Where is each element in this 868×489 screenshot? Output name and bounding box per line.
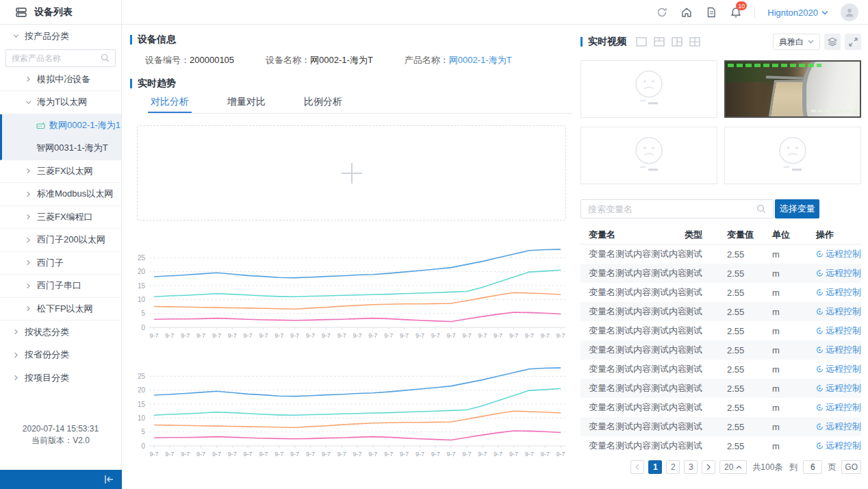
sidebar-category-item[interactable]: 西门子 [0, 252, 121, 275]
variable-value: 2.55 [727, 249, 772, 260]
add-chart-placeholder[interactable] [137, 125, 566, 221]
sidebar-collapse-bar[interactable] [0, 470, 122, 489]
device-info-field: 设备名称：网0002-1-海为T [266, 54, 373, 66]
variable-unit: m [772, 441, 816, 451]
jump-page-input[interactable] [803, 460, 822, 474]
sidebar-category-item[interactable]: 按状态分类 [0, 321, 121, 344]
sidebar-category-item[interactable]: 按省份分类 [0, 344, 121, 367]
remote-control-icon [816, 384, 824, 392]
sidebar-category-item[interactable]: 模拟中冶设备 [0, 68, 121, 92]
svg-text:9-7: 9-7 [322, 332, 331, 339]
notification-bell-icon[interactable]: 10 [730, 6, 742, 18]
device-info-fields: 设备编号：200000105设备名称：网0002-1-海为T产品名称：网0002… [145, 54, 512, 66]
chevron-right-icon [12, 328, 20, 336]
remote-control-icon [816, 327, 824, 335]
remote-control-link[interactable]: 远程控制 [816, 440, 861, 452]
layout-2-icon[interactable] [654, 37, 665, 47]
search-icon[interactable] [101, 53, 110, 62]
remote-control-icon [816, 423, 824, 431]
svg-text:9-7: 9-7 [275, 451, 283, 457]
remote-control-link[interactable]: 远程控制 [816, 363, 861, 375]
product-search-input[interactable] [12, 53, 101, 63]
section-accent-bar [580, 37, 583, 47]
fullscreen-button[interactable] [845, 34, 861, 50]
variable-name: 变量名测试内容测试内容 [580, 267, 685, 279]
sidebar-category-item[interactable]: 按产品分类 [0, 25, 121, 48]
tab-2[interactable]: 增量对比 [225, 96, 268, 113]
variable-type: 测试 [685, 421, 727, 433]
search-icon[interactable] [756, 204, 766, 214]
remote-control-link[interactable]: 远程控制 [816, 421, 861, 433]
sidebar-category-item[interactable]: 标准Modbus以太网 [0, 183, 121, 206]
layers-button[interactable] [824, 34, 841, 50]
sidebar-header: 设备列表 [0, 0, 122, 25]
remote-control-link[interactable]: 远程控制 [816, 248, 861, 260]
variables-table-body: 变量名测试内容测试内容测试2.55m远程控制变量名测试内容测试内容测试2.55m… [580, 244, 861, 455]
svg-text:9-7: 9-7 [244, 332, 253, 339]
avatar[interactable] [841, 3, 858, 21]
user-menu[interactable]: Hignton2020 [767, 8, 828, 18]
sidebar-device-item[interactable]: 数网0002-1-海为1 [0, 114, 121, 138]
category-label: 松下FP以太网 [37, 303, 93, 315]
chevron-right-icon [25, 305, 32, 312]
remote-control-link[interactable]: 远程控制 [816, 305, 861, 318]
video-cell-empty[interactable] [580, 127, 717, 184]
svg-text:9-7: 9-7 [306, 451, 315, 457]
category-label: 西门子 [37, 257, 64, 269]
theme-select[interactable]: 典雅白 [773, 34, 820, 50]
username: Hignton2020 [767, 8, 818, 18]
select-variable-button[interactable]: 选择变量 [775, 199, 819, 218]
video-cell-live[interactable] [724, 60, 861, 118]
variable-search-input[interactable] [588, 204, 756, 214]
remote-control-link[interactable]: 远程控制 [816, 325, 861, 337]
sidebar-category-item[interactable]: 三菱FX编程口 [0, 206, 121, 229]
remote-control-link[interactable]: 远程控制 [816, 286, 861, 299]
product-name-link[interactable]: 网0002-1-海为T [449, 55, 512, 65]
sidebar-category-item[interactable]: 按项目分类 [0, 366, 121, 390]
layout-3-icon[interactable] [672, 37, 682, 47]
next-page-button[interactable] [702, 460, 715, 474]
page-size-select[interactable]: 20 [719, 460, 747, 474]
sidebar-category-item[interactable]: 西门子200以太网 [0, 229, 121, 252]
document-icon[interactable] [705, 6, 717, 18]
svg-text:9-7: 9-7 [196, 332, 205, 339]
remote-control-link[interactable]: 远程控制 [816, 344, 861, 356]
remote-control-link[interactable]: 远程控制 [816, 382, 861, 394]
tab-3[interactable]: 比例分析 [301, 96, 345, 113]
variable-name: 变量名测试内容测试内容 [580, 440, 685, 452]
expand-icon [849, 38, 858, 47]
page-button-1[interactable]: 1 [648, 460, 662, 474]
svg-text:9-7: 9-7 [462, 451, 471, 457]
variable-value: 2.55 [727, 384, 772, 394]
layout-1-icon[interactable] [636, 37, 647, 47]
sidebar-device-item[interactable]: 智网0031-1-海为T [0, 137, 121, 160]
remote-control-link[interactable]: 远程控制 [816, 267, 861, 279]
video-cell-empty[interactable] [724, 127, 861, 184]
page-button-2[interactable]: 2 [666, 460, 680, 474]
chevron-right-icon [25, 259, 32, 266]
variable-unit: m [772, 288, 816, 298]
go-button[interactable]: GO [841, 460, 861, 474]
home-icon[interactable] [680, 6, 693, 18]
sidebar-category-item[interactable]: 松下FP以太网 [0, 298, 121, 321]
column-header: 操作 [816, 229, 861, 241]
app-root: 设备列表 10 Hignton2020 [0, 0, 868, 489]
device-info-title-text: 设备信息 [138, 34, 176, 46]
variable-type: 测试 [685, 440, 727, 452]
video-header: 实时视频 典雅白 [580, 34, 861, 50]
sidebar-category-item[interactable]: 三菱FX以太网 [0, 160, 121, 184]
tab-1[interactable]: 对比分析 [148, 96, 192, 113]
variable-unit: m [772, 326, 816, 336]
page-button-3[interactable]: 3 [684, 460, 698, 474]
total-count: 共100条 [752, 462, 782, 473]
layout-4-icon[interactable] [689, 37, 700, 47]
prev-page-button[interactable] [630, 460, 644, 474]
video-cell-empty[interactable] [580, 60, 717, 118]
sidebar-category-item[interactable]: 西门子串口 [0, 275, 121, 298]
trend-chart-1: 05101520259-79-79-79-79-79-79-79-79-79-7… [130, 237, 572, 341]
chevron-up-icon [736, 465, 742, 469]
refresh-icon[interactable] [656, 6, 668, 18]
remote-control-link[interactable]: 远程控制 [816, 401, 861, 414]
svg-text:9-7: 9-7 [416, 451, 424, 457]
sidebar-category-item[interactable]: 海为T以太网 [0, 91, 121, 114]
